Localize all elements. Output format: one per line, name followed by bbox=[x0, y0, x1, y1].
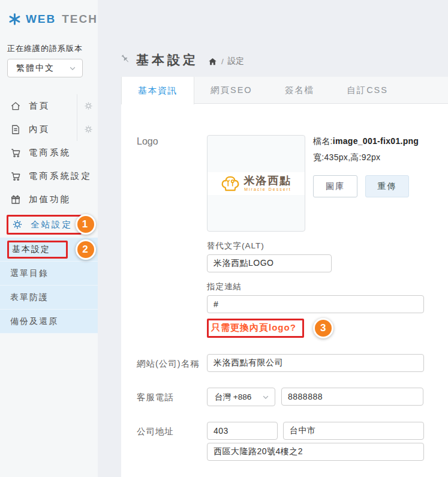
chevron-down-icon bbox=[69, 65, 76, 72]
gear-icon bbox=[84, 101, 93, 110]
tab-label: 簽名檔 bbox=[285, 85, 315, 96]
language-select[interactable]: 繁體中文 bbox=[7, 59, 83, 77]
sidebar-item-label: 電商系統設定 bbox=[29, 170, 92, 182]
brand-web-text: WEB bbox=[26, 13, 56, 26]
cart-icon bbox=[10, 148, 21, 158]
brand-logo[interactable]: WEB TECH bbox=[0, 0, 98, 30]
submenu-item-form-protection[interactable]: 表單防護 bbox=[0, 286, 98, 310]
tab-signature[interactable]: 簽名檔 bbox=[269, 77, 331, 104]
file-name-value: image_001-fix01.png bbox=[333, 136, 419, 146]
tab-label: 自訂CSS bbox=[347, 85, 388, 96]
home-icon bbox=[10, 101, 21, 112]
phone-row: 客服電話 台灣 +886 bbox=[137, 388, 432, 406]
sidebar-item-label: 首頁 bbox=[29, 100, 50, 112]
sidebar-item-label: 電商系統 bbox=[29, 147, 71, 158]
pushpin-icon bbox=[119, 53, 131, 65]
tab-custom-css[interactable]: 自訂CSS bbox=[330, 77, 404, 104]
phone-label: 客服電話 bbox=[137, 388, 207, 406]
basic-settings-form: Logo bbox=[121, 104, 448, 477]
gallery-button[interactable]: 圖庫 bbox=[313, 175, 357, 197]
logo-field-column: 米洛西點 Miracle Dessert 檔名:image_001-fix01.… bbox=[207, 135, 424, 338]
tab-web-seo[interactable]: 網頁SEO bbox=[194, 77, 269, 104]
logo-image: 米洛西點 Miracle Dessert bbox=[208, 172, 305, 195]
site-name-row: 網站(公司)名稱 bbox=[137, 354, 432, 372]
alt-text-label: 替代文字(ALT) bbox=[207, 241, 424, 251]
logo-file-info: 檔名:image_001-fix01.png 寬:435px,高:92px 圖庫… bbox=[313, 135, 419, 232]
address-row: 公司地址 bbox=[137, 422, 432, 461]
cart-icon bbox=[10, 171, 21, 182]
sidebar-item-site-settings[interactable]: 全站設定 1 bbox=[0, 211, 98, 238]
gift-icon bbox=[10, 194, 21, 205]
inner-logo-note-link[interactable]: 只需更換內頁logo? bbox=[211, 322, 296, 332]
main-content: 基本設定 / 設定 基本資訊 網頁SEO 簽名檔 自訂CSS Logo bbox=[98, 0, 448, 477]
file-name-label: 檔名: bbox=[313, 136, 333, 146]
tab-label: 基本資訊 bbox=[138, 85, 178, 97]
breadcrumb-current: 設定 bbox=[228, 56, 244, 67]
annotation-badge-3: 3 bbox=[313, 318, 333, 338]
file-dimensions: 寬:435px,高:92px bbox=[313, 152, 419, 163]
annotation-red-box-1: 全站設定 bbox=[7, 215, 82, 235]
sidebar-item-home[interactable]: 首頁 bbox=[0, 94, 98, 118]
home-settings-gear[interactable] bbox=[77, 94, 93, 118]
asterisk-logo-icon bbox=[8, 11, 21, 27]
tab-basic-info[interactable]: 基本資訊 bbox=[121, 77, 194, 104]
annotation-badge-2: 2 bbox=[76, 239, 96, 260]
brand-tech-text: TECH bbox=[62, 13, 98, 26]
settings-card: 基本資訊 網頁SEO 簽名檔 自訂CSS Logo bbox=[121, 77, 448, 477]
submenu-item-label: 備份及還原 bbox=[10, 316, 58, 327]
annotation-red-box-3: 只需更換內頁logo? bbox=[207, 319, 304, 338]
submenu-item-label: 表單防護 bbox=[10, 292, 49, 303]
chef-hat-icon bbox=[221, 175, 240, 192]
submenu-item-basic-settings[interactable]: 基本設定 2 bbox=[0, 238, 98, 262]
sidebar-item-label: 內頁 bbox=[29, 124, 50, 135]
gear-icon bbox=[84, 125, 93, 134]
address-zip-input[interactable] bbox=[207, 422, 278, 440]
site-settings-submenu: 基本設定 2 選單目錄 表單防護 備份及還原 bbox=[0, 238, 98, 334]
phone-number-input[interactable] bbox=[281, 388, 423, 406]
submenu-item-label: 基本設定 bbox=[12, 244, 50, 254]
site-name-label: 網站(公司)名稱 bbox=[137, 354, 207, 372]
note-row: 只需更換內頁logo? 3 bbox=[207, 318, 424, 338]
submenu-item-label: 選單目錄 bbox=[10, 268, 49, 279]
document-icon bbox=[10, 124, 21, 135]
language-select-value: 繁體中文 bbox=[16, 63, 55, 74]
alt-text-input[interactable] bbox=[207, 254, 332, 272]
logo-brand-subtitle: Miracle Dessert bbox=[244, 187, 292, 191]
breadcrumb-home-icon[interactable] bbox=[208, 57, 217, 66]
link-label: 指定連結 bbox=[207, 281, 424, 292]
submenu-item-backup-restore[interactable]: 備份及還原 bbox=[0, 310, 98, 334]
logo-label: Logo bbox=[137, 135, 207, 338]
sidebar-item-ecommerce-settings[interactable]: 電商系統設定 bbox=[0, 164, 98, 188]
sidebar-item-inner-pages[interactable]: 內頁 bbox=[0, 118, 98, 141]
site-name-input[interactable] bbox=[207, 354, 424, 372]
address-fields bbox=[207, 422, 424, 461]
page-title: 基本設定 bbox=[136, 52, 199, 68]
inner-pages-settings-gear[interactable] bbox=[77, 118, 93, 141]
sidebar: WEB TECH 正在維護的語系版本 繁體中文 首頁 內頁 bbox=[0, 0, 98, 477]
breadcrumb-separator: / bbox=[221, 57, 224, 66]
phone-country-select[interactable]: 台灣 +886 bbox=[207, 388, 275, 406]
app-window: WEB TECH 正在維護的語系版本 繁體中文 首頁 內頁 bbox=[0, 0, 448, 477]
language-maintain-label: 正在維護的語系版本 bbox=[0, 30, 98, 59]
breadcrumb: / 設定 bbox=[208, 56, 244, 67]
chevron-down-icon bbox=[262, 394, 269, 401]
sidebar-item-ecommerce[interactable]: 電商系統 bbox=[0, 141, 98, 164]
logo-preview-box: 米洛西點 Miracle Dessert bbox=[207, 135, 305, 232]
annotation-badge-1: 1 bbox=[76, 214, 96, 235]
submenu-item-menu-catalog[interactable]: 選單目錄 bbox=[0, 262, 98, 286]
sidebar-item-label: 加值功能 bbox=[29, 194, 71, 205]
reupload-button[interactable]: 重傳 bbox=[365, 175, 409, 197]
gear-icon bbox=[12, 219, 23, 230]
sidebar-item-addons[interactable]: 加值功能 bbox=[0, 188, 98, 211]
page-header: 基本設定 / 設定 bbox=[98, 0, 448, 77]
link-input[interactable] bbox=[207, 295, 424, 313]
address-city-input[interactable] bbox=[283, 422, 424, 440]
tab-bar: 基本資訊 網頁SEO 簽名檔 自訂CSS bbox=[121, 77, 448, 104]
sidebar-menu: 首頁 內頁 電商系統 電商系統設定 bbox=[0, 94, 98, 238]
logo-brand-text-block: 米洛西點 Miracle Dessert bbox=[244, 175, 292, 191]
address-street-input[interactable] bbox=[207, 443, 424, 461]
logo-row: Logo bbox=[137, 135, 432, 338]
tab-label: 網頁SEO bbox=[211, 85, 252, 96]
address-label: 公司地址 bbox=[137, 422, 207, 461]
annotation-red-box-2: 基本設定 bbox=[7, 241, 68, 259]
